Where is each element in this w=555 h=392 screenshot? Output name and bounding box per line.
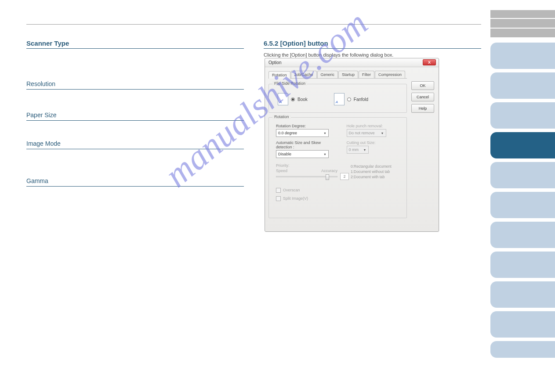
flip-side-group: Flip Side Rotation Book Fanfold	[268, 84, 407, 113]
slider-thumb	[326, 174, 329, 180]
scanner-type-desc	[26, 57, 244, 74]
split-image-label: Split Image(V)	[283, 196, 308, 201]
fanfold-icon	[334, 93, 345, 105]
rotation-degree-label: Rotation Degree:	[276, 124, 329, 128]
close-icon[interactable]: X	[423, 59, 436, 65]
side-tab-gray-2[interactable]	[490, 19, 555, 28]
priority-slider	[276, 176, 337, 177]
tab-job-cache[interactable]: Job/Cache	[291, 71, 317, 78]
radio-book-label: Book	[297, 97, 308, 102]
chevron-down-icon: ▼	[381, 132, 384, 135]
tab-startup[interactable]: Startup	[338, 71, 358, 78]
section-image-mode: Image Mode	[26, 140, 244, 149]
side-tab-1[interactable]	[490, 43, 555, 69]
split-image-row: Split Image(V)	[273, 194, 402, 203]
chevron-down-icon: ▼	[323, 132, 326, 135]
priority-accuracy-label: Accuracy	[321, 169, 337, 173]
priority-note-2: 2:Document with tab	[351, 175, 399, 180]
hole-punch-select: Do not remove ▼	[347, 129, 386, 137]
section-paper-size: Paper Size	[26, 111, 244, 121]
rotation-group: Rotation Rotation Degree: 0.0 degree ▼ H…	[268, 117, 407, 218]
tab-generic[interactable]: Generic	[317, 71, 338, 78]
auto-size-value: Disable	[278, 152, 291, 156]
auto-size-select[interactable]: Disable ▼	[276, 150, 329, 158]
section-gamma: Gamma	[26, 177, 244, 187]
tab-compression[interactable]: Compression	[375, 71, 405, 78]
chevron-down-icon: ▼	[363, 148, 366, 151]
radio-fanfold-label: Fanfold	[354, 97, 368, 102]
chevron-down-icon: ▼	[323, 153, 326, 156]
rotation-group-label: Rotation	[272, 115, 291, 119]
section-scanner-type: Scanner Type	[26, 40, 244, 49]
left-column: Scanner Type Resolution Paper Size Image…	[26, 40, 244, 191]
rotation-degree-value: 0.0 degree	[278, 131, 297, 135]
flip-side-label: Flip Side Rotation	[272, 81, 307, 86]
radio-book[interactable]: Book	[278, 93, 308, 105]
priority-notes: 0:Rectangular document 1:Document withou…	[351, 164, 399, 180]
auto-size-label: Automatic Size and Skew detection :	[276, 140, 329, 149]
ok-button[interactable]: OK	[411, 81, 434, 90]
dialog-body: Rotation Job/Cache Generic Startup Filte…	[265, 67, 439, 231]
split-image-checkbox	[276, 196, 281, 201]
paper-size-desc	[26, 125, 244, 134]
tab-rotation[interactable]: Rotation	[268, 71, 290, 79]
radio-book-circle	[291, 97, 295, 101]
option-dialog: Option X Rotation Job/Cache Generic Star…	[265, 58, 439, 232]
side-tab-gray-3[interactable]	[490, 29, 555, 37]
side-tab-10[interactable]	[490, 311, 555, 338]
side-tabs	[490, 10, 555, 361]
side-tab-11[interactable]	[490, 341, 555, 358]
option-button-heading: 6.5.2 [Option] button	[264, 40, 481, 49]
dialog-button-col: OK Cancel Help	[411, 81, 434, 113]
dialog-tabs: Rotation Job/Cache Generic Startup Filte…	[268, 71, 407, 79]
hole-punch-value: Do not remove	[349, 131, 375, 135]
tab-filter[interactable]: Filter	[359, 71, 374, 78]
cutting-select: 0 mm ▼	[347, 146, 369, 154]
side-tab-7[interactable]	[490, 222, 555, 248]
overscan-checkbox	[276, 188, 281, 193]
side-tab-6[interactable]	[490, 192, 555, 218]
image-mode-desc	[26, 154, 244, 171]
radio-fanfold-circle	[347, 97, 351, 101]
radio-fanfold[interactable]: Fanfold	[334, 93, 368, 105]
dialog-titlebar: Option X	[265, 58, 439, 67]
help-button[interactable]: Help	[411, 104, 434, 113]
priority-slider-row: Priority: Speed Accuracy 2 0:Rectangular…	[273, 162, 402, 180]
section-resolution: Resolution	[26, 80, 244, 90]
priority-note-0: 0:Rectangular document	[351, 164, 399, 169]
resolution-desc	[26, 94, 244, 105]
overscan-label: Overscan	[283, 188, 300, 192]
overscan-row: Overscan	[273, 186, 402, 194]
book-icon	[278, 93, 288, 105]
priority-note-1: 1:Document without tab	[351, 169, 399, 175]
priority-value: 2	[340, 173, 349, 180]
cutting-value: 0 mm	[349, 147, 359, 152]
side-tab-8[interactable]	[490, 252, 555, 278]
side-tab-9[interactable]	[490, 281, 555, 308]
cancel-button[interactable]: Cancel	[411, 93, 434, 101]
side-tab-5[interactable]	[490, 162, 555, 188]
priority-speed-label: Speed	[276, 169, 287, 173]
cutting-label: Cutting out Size:	[347, 140, 400, 145]
dialog-title-text: Option	[268, 60, 281, 65]
page-top-rule	[26, 24, 481, 25]
side-tab-gray-1[interactable]	[490, 10, 555, 18]
side-tab-2[interactable]	[490, 72, 555, 99]
option-intro: Clicking the [Option] button displays th…	[264, 52, 481, 58]
rotation-degree-select[interactable]: 0.0 degree ▼	[276, 129, 329, 137]
side-tab-4-active[interactable]	[490, 132, 555, 158]
hole-punch-label: Hole punch removal:	[347, 124, 400, 128]
side-tab-3[interactable]	[490, 102, 555, 129]
